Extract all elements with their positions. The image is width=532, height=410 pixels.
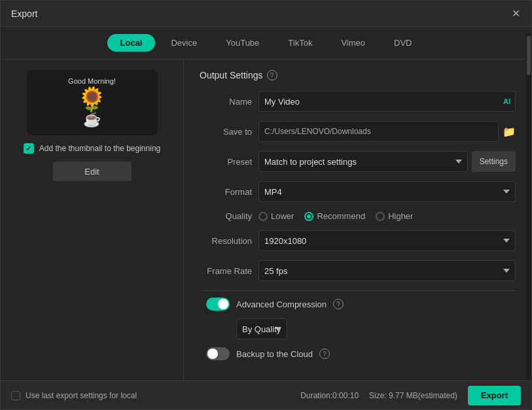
quality-select-row: By Quality By Bitrate [200,318,516,339]
window-title: Export [11,9,37,19]
format-select[interactable]: MP4 MOV AVI MKV [258,181,516,202]
tab-tiktok[interactable]: TikTok [275,34,325,52]
footer-right: Duration:0:00:10 Size: 9.77 MB(estimated… [300,386,521,405]
format-row: Format MP4 MOV AVI MKV [200,181,516,202]
footer-left: Use last export settings for local [11,391,137,400]
thumbnail-option: Add the thumbnail to the beginning [24,143,160,154]
folder-icon[interactable]: 📁 [503,126,516,138]
tab-vimeo[interactable]: Vimeo [328,34,378,52]
footer: Use last export settings for local Durat… [1,381,531,409]
sun-icon: 🌻 [77,88,107,111]
path-input[interactable] [258,121,499,142]
scrollbar-track [526,60,531,381]
tab-bar: Local Device YouTube TikTok Vimeo DVD [1,27,531,60]
preset-select[interactable]: Match to project settings Custom High Qu… [258,151,468,172]
close-button[interactable]: ✕ [510,9,521,19]
tab-dvd[interactable]: DVD [381,34,425,52]
advanced-toggle[interactable] [206,298,230,311]
backup-toggle[interactable] [206,347,230,360]
higher-radio[interactable] [376,212,385,221]
path-row: 📁 [258,121,516,142]
save-row: Save to 📁 [200,121,516,142]
ai-icon: AI [503,97,510,105]
section-title: Output Settings ? [200,70,516,80]
save-label: Save to [200,127,252,137]
framerate-row: Frame Rate 25 fps 30 fps 60 fps 24 fps [200,260,516,281]
preview-greeting: Good Morning! [68,77,116,85]
info-icon[interactable]: ? [267,70,277,80]
thumbnail-checkbox[interactable] [24,143,34,154]
advanced-label: Advanced Compression [236,299,327,309]
preset-row: Preset Match to project settings Custom … [200,151,516,172]
framerate-select[interactable]: 25 fps 30 fps 60 fps 24 fps [258,260,516,281]
quality-type-select[interactable]: By Quality By Bitrate [236,318,287,339]
edit-button[interactable]: Edit [53,162,132,181]
framerate-label: Frame Rate [200,266,252,276]
name-input[interactable] [258,91,516,112]
size-text: Size: 9.77 MB(estimated) [369,391,457,400]
quality-row: Quality Lower Recommend Higher [200,211,516,221]
name-row: Name AI [200,91,516,112]
thumbnail-label: Add the thumbnail to the beginning [39,144,160,153]
tab-youtube[interactable]: YouTube [213,34,272,52]
preset-control: Match to project settings Custom High Qu… [258,151,516,172]
format-label: Format [200,187,252,197]
left-panel: Good Morning! 🌻 ☕ Add the thumbnail to t… [1,60,184,381]
quality-label: Quality [200,211,252,221]
export-button[interactable]: Export [468,386,521,405]
settings-button[interactable]: Settings [472,151,516,172]
last-settings-label: Use last export settings for local [26,391,137,400]
cup-icon: ☕ [83,111,101,128]
resolution-select[interactable]: 1920x1080 1280x720 3840x2160 [258,230,516,251]
divider [200,290,516,291]
name-label: Name [200,97,252,107]
preset-label: Preset [200,157,252,167]
export-window: Export ✕ Local Device YouTube TikTok Vim… [0,0,532,410]
advanced-info-icon[interactable]: ? [333,299,344,309]
recommend-radio[interactable] [304,212,313,221]
backup-info-icon[interactable]: ? [319,349,330,359]
advanced-row: Advanced Compression ? [200,298,516,311]
tab-local[interactable]: Local [107,34,156,52]
last-settings-checkbox[interactable] [11,391,20,400]
lower-radio[interactable] [258,212,268,221]
duration-text: Duration:0:00:10 [300,391,359,400]
resolution-row: Resolution 1920x1080 1280x720 3840x2160 [200,230,516,251]
title-bar: Export ✕ [1,1,531,27]
backup-label: Backup to the Cloud [236,349,313,359]
tab-device[interactable]: Device [158,34,210,52]
right-panel: Output Settings ? Name AI Save to 📁 [184,60,531,381]
quality-recommend[interactable]: Recommend [304,211,365,221]
quality-lower[interactable]: Lower [258,211,294,221]
quality-options: Lower Recommend Higher [258,211,516,221]
resolution-label: Resolution [200,236,252,246]
quality-higher[interactable]: Higher [376,211,413,221]
scrollbar-thumb[interactable] [527,60,531,75]
main-content: Good Morning! 🌻 ☕ Add the thumbnail to t… [1,60,531,381]
preview-box: Good Morning! 🌻 ☕ [27,70,158,135]
backup-row: Backup to the Cloud ? [200,347,516,360]
name-input-wrapper: AI [258,91,516,112]
